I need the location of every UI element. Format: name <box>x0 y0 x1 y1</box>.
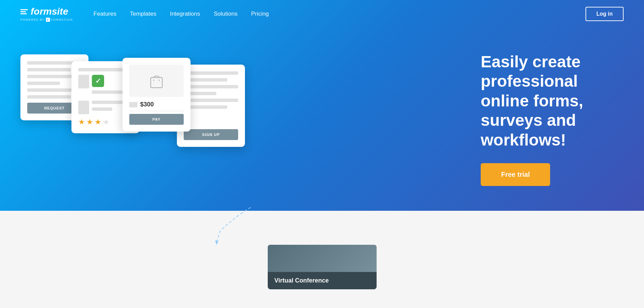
nav-link-features[interactable]: Features <box>94 11 116 17</box>
svg-marker-3 <box>215 241 218 245</box>
logo[interactable]: formsite <box>20 6 73 17</box>
vc-label: Virtual Conference <box>268 272 377 289</box>
cards-area: Contact and lead forms Surveys Order for… <box>0 0 474 211</box>
star-3: ★ <box>95 118 101 126</box>
lower-section: Virtual Conference <box>0 211 644 308</box>
nav-link-integrations[interactable]: Integrations <box>170 11 200 17</box>
logo-icon <box>20 9 28 14</box>
virtual-conference-card[interactable]: Virtual Conference <box>268 245 377 289</box>
nav-links: Features Templates Integrations Solution… <box>94 11 585 17</box>
star-4: ★ <box>103 118 110 126</box>
form-cards-container: Contact and lead forms Surveys Order for… <box>20 54 259 197</box>
svg-rect-0 <box>151 78 162 88</box>
free-trial-button[interactable]: Free trial <box>481 163 550 186</box>
pay-button[interactable]: PAY <box>129 114 184 125</box>
signup-button[interactable]: SIGN UP <box>184 129 238 140</box>
hero-content: Easily create professional online forms,… <box>474 11 644 200</box>
price-row: $300 <box>129 101 184 111</box>
login-button[interactable]: Log in <box>585 7 624 21</box>
dashed-arrow <box>200 204 268 245</box>
formstack-icon <box>46 18 50 22</box>
checkbox-icon <box>92 75 104 87</box>
powered-by: POWERED BY formstack <box>20 18 73 22</box>
formstack-logo: formstack <box>46 18 73 22</box>
payment-icon <box>129 102 137 107</box>
logo-area: formsite POWERED BY formstack <box>20 6 73 22</box>
navbar: formsite POWERED BY formstack Features T… <box>0 0 644 28</box>
shopping-bag-icon <box>148 71 165 90</box>
star-1: ★ <box>78 118 85 126</box>
price-amount: $300 <box>140 101 154 108</box>
hero-section: Contact and lead forms Surveys Order for… <box>0 0 644 211</box>
vc-image <box>268 245 377 272</box>
hero-headline: Easily create professional online forms,… <box>481 52 617 150</box>
nav-link-pricing[interactable]: Pricing <box>251 11 269 17</box>
nav-link-solutions[interactable]: Solutions <box>214 11 237 17</box>
star-2: ★ <box>86 118 93 126</box>
logo-text: formsite <box>31 6 68 17</box>
nav-link-templates[interactable]: Templates <box>130 11 156 17</box>
order-form-card: $300 PAY <box>122 58 191 132</box>
